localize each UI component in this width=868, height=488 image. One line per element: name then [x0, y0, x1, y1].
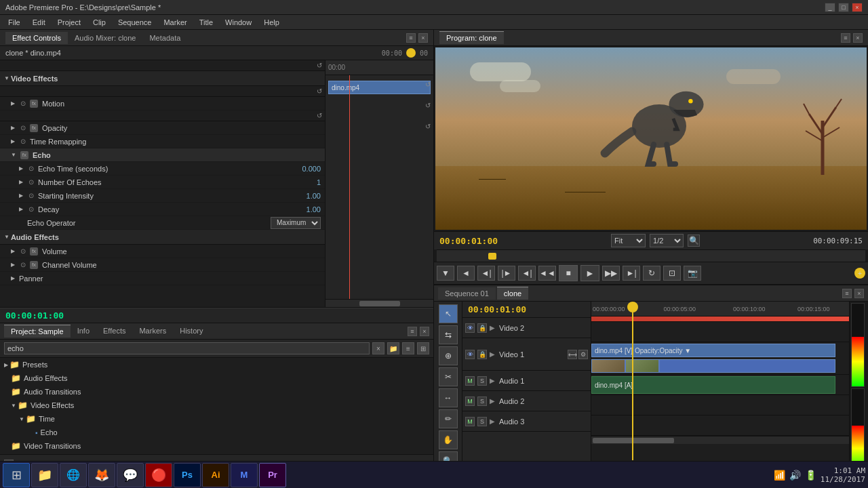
v2-expand[interactable]: ▶: [490, 324, 495, 331]
app-btn-1[interactable]: 🔴: [145, 463, 172, 487]
loop-btn[interactable]: ↻: [643, 266, 660, 281]
v1-sync-btn[interactable]: ⟷: [568, 350, 577, 359]
tab-sequence01[interactable]: Sequence 01: [438, 287, 496, 300]
play-back-btn[interactable]: ◄◄: [538, 266, 556, 281]
opacity-stopwatch[interactable]: ⊙: [19, 124, 27, 132]
a2-solo-btn[interactable]: S: [477, 396, 487, 406]
a2-mute-btn[interactable]: M: [465, 396, 475, 406]
messenger-btn[interactable]: 💬: [117, 463, 144, 487]
echo-operator-dropdown[interactable]: Maximum Minimum Add Screen: [271, 217, 321, 229]
menu-marker[interactable]: Marker: [158, 17, 192, 28]
audio-effects-header[interactable]: ▼ Audio Effects: [0, 230, 325, 245]
proj-close-btn[interactable]: ×: [420, 327, 429, 336]
step-fwd-clip-btn[interactable]: |►: [498, 266, 515, 281]
ratio-select[interactable]: 1/2 Full: [650, 234, 684, 247]
export-frame-btn[interactable]: 📷: [684, 266, 701, 281]
a1-mute-btn[interactable]: M: [465, 376, 475, 386]
program-tab[interactable]: Program: clone: [439, 31, 504, 44]
chrome-btn[interactable]: 🌐: [60, 463, 87, 487]
tab-info[interactable]: Info: [71, 325, 96, 338]
add-marker-btn[interactable]: +: [854, 268, 865, 279]
echo-time-value[interactable]: 0.000: [302, 165, 321, 173]
razor-tool[interactable]: ✂: [439, 367, 458, 386]
video-clip-1[interactable]: dino.mp4 [V] Opacity:Opacity ▼: [591, 344, 835, 357]
menu-window[interactable]: Window: [220, 17, 257, 28]
tl-h-scrollbar[interactable]: [591, 436, 849, 444]
tree-item-echo[interactable]: ▪ Echo: [0, 426, 433, 439]
time-remapping-expand-icon[interactable]: ▶: [11, 138, 15, 144]
echo-expand-icon[interactable]: ▼: [11, 152, 16, 158]
tree-item-video-effects[interactable]: ▼ 📁 Video Effects: [0, 399, 433, 412]
echo-time-expand[interactable]: ▶: [19, 165, 23, 171]
tab-audio-mixer[interactable]: Audio Mixer: clone: [68, 32, 143, 44]
v1-visibility-btn[interactable]: 👁: [465, 350, 475, 359]
volume-stopwatch[interactable]: ⊙: [19, 247, 27, 256]
channel-volume-expand[interactable]: ▶: [11, 262, 15, 268]
step-back-frame-btn[interactable]: ◄: [457, 266, 475, 281]
zoom-tool[interactable]: ⊕: [439, 346, 458, 365]
a3-solo-btn[interactable]: S: [477, 417, 487, 426]
panel-menu-btn[interactable]: ≡: [406, 33, 416, 43]
v1-settings-btn[interactable]: ⚙: [578, 350, 588, 359]
ec-reset-1[interactable]: ↺: [425, 81, 431, 88]
maximize-btn[interactable]: □: [838, 3, 849, 12]
menu-clip[interactable]: Clip: [87, 17, 111, 28]
start-intensity-value[interactable]: 1.00: [307, 192, 321, 200]
start-intensity-stopwatch[interactable]: ⊙: [27, 192, 35, 200]
tab-project[interactable]: Project: Sample: [4, 325, 71, 338]
decay-stopwatch[interactable]: ⊙: [27, 205, 35, 214]
a2-expand[interactable]: ▶: [490, 397, 495, 405]
new-bin-btn[interactable]: 📁: [387, 342, 399, 354]
echo-time-stopwatch[interactable]: ⊙: [27, 165, 35, 173]
volume-expand[interactable]: ▶: [11, 248, 15, 254]
a1-solo-btn[interactable]: S: [477, 376, 487, 386]
v1-expand[interactable]: ▶: [490, 350, 495, 358]
tl-close-btn[interactable]: ×: [854, 289, 864, 298]
play-btn[interactable]: ►: [580, 265, 599, 281]
decay-value[interactable]: 1.00: [307, 205, 321, 214]
start-intensity-expand[interactable]: ▶: [19, 192, 23, 199]
slip-tool[interactable]: ↔: [439, 388, 458, 407]
icon-view-btn[interactable]: ≡: [402, 342, 414, 354]
illustrator-btn[interactable]: Ai: [202, 463, 229, 487]
tl-menu-btn[interactable]: ≡: [842, 289, 852, 298]
reset-btn-2[interactable]: ↺: [317, 87, 322, 95]
mark-in-btn[interactable]: ▼: [437, 266, 454, 281]
fit-dropdown[interactable]: Fit 25% 50% 100%: [611, 234, 646, 247]
proj-menu-btn[interactable]: ≡: [408, 327, 417, 336]
app-btn-2[interactable]: M: [231, 463, 258, 487]
monitor-close-btn[interactable]: ×: [853, 33, 863, 43]
menu-title[interactable]: Title: [194, 17, 218, 28]
a3-mute-btn[interactable]: M: [465, 417, 475, 426]
step-back-clip-btn[interactable]: ◄|: [477, 266, 495, 281]
num-echoes-value[interactable]: 1: [317, 178, 321, 186]
work-area-bar[interactable]: [591, 317, 849, 322]
jump-next-btn[interactable]: ►|: [623, 266, 640, 281]
menu-project[interactable]: Project: [52, 17, 86, 28]
a1-expand[interactable]: ▶: [490, 377, 495, 384]
motion-expand-icon[interactable]: ▶: [11, 100, 15, 106]
tab-effect-controls[interactable]: Effect Controls: [5, 32, 68, 44]
num-echoes-stopwatch[interactable]: ⊙: [27, 178, 35, 186]
menu-edit[interactable]: Edit: [27, 17, 51, 28]
monitor-menu-btn[interactable]: ≡: [841, 33, 850, 43]
tl-playhead-marker[interactable]: [627, 302, 638, 312]
v2-visibility-btn[interactable]: 👁: [465, 323, 475, 333]
monitor-timecode-left[interactable]: 00:00:01:00: [439, 236, 498, 246]
tab-effects[interactable]: Effects: [96, 325, 132, 338]
time-remapping-stopwatch[interactable]: ⊙: [19, 138, 27, 146]
v1-lock-btn[interactable]: 🔒: [477, 350, 487, 359]
tree-item-audio-transitions[interactable]: 📁 Audio Transitions: [0, 385, 433, 399]
play-fwd-btn[interactable]: ▶▶: [602, 266, 620, 281]
zoom-btn[interactable]: 🔍: [688, 235, 700, 247]
start-btn[interactable]: ⊞: [3, 463, 30, 487]
ripple-tool[interactable]: ⇆: [439, 325, 458, 344]
menu-sequence[interactable]: Sequence: [113, 17, 157, 28]
jump-prev-btn[interactable]: ◄|: [518, 266, 536, 281]
tree-item-time[interactable]: ▼ 📁 Time: [0, 412, 433, 426]
monitor-scrubber[interactable]: [437, 249, 865, 262]
ec-reset-2[interactable]: ↺: [425, 102, 431, 109]
a3-expand[interactable]: ▶: [490, 418, 495, 425]
ec-reset-3[interactable]: ↺: [425, 123, 431, 130]
audio-clip-1[interactable]: dino.mp4 [A]: [591, 376, 835, 394]
